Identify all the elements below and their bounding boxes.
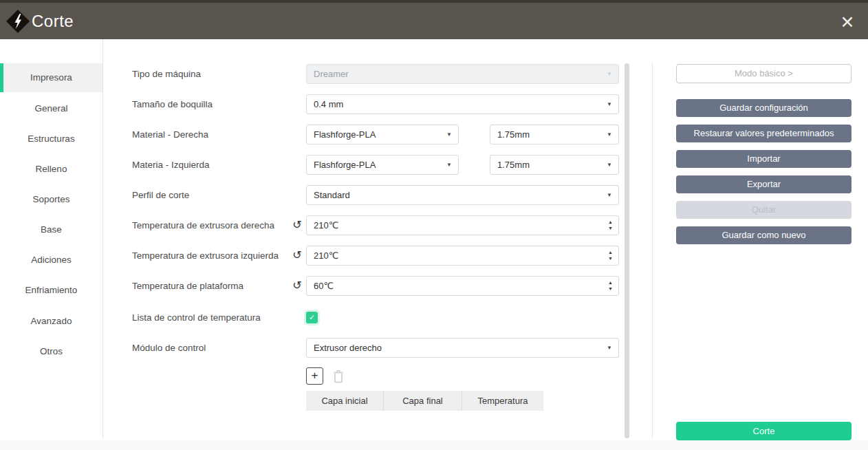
vertical-scrollbar[interactable]: [625, 63, 629, 438]
material-right-diameter-value: 1.75mm: [497, 129, 530, 140]
platform-temp-input[interactable]: 60℃ ▲ ▼: [306, 276, 619, 296]
reset-icon[interactable]: ↺: [291, 246, 303, 266]
material-right-select[interactable]: Flashforge-PLA ▼: [306, 125, 459, 144]
slice-profile-label: Perfil de corte: [132, 185, 189, 205]
spin-down-icon[interactable]: ▼: [608, 286, 613, 292]
nozzle-size-select[interactable]: 0.4 mm ▼: [306, 94, 619, 114]
flashforge-logo-icon: [6, 9, 30, 34]
nozzle-size-value: 0.4 mm: [314, 99, 343, 109]
delete-row-button[interactable]: [329, 367, 347, 385]
save-as-new-button[interactable]: Guardar como nuevo: [676, 226, 851, 244]
chevron-down-icon: ▼: [607, 186, 612, 204]
chevron-down-icon: ▼: [607, 125, 612, 144]
plus-icon: +: [312, 369, 318, 382]
right-extruder-temp-label: Temperatura de extrusora derecha: [132, 215, 274, 235]
material-left-label: Materia - Izquierda: [132, 155, 210, 175]
col-capa-final: Capa final: [384, 391, 462, 411]
spin-down-icon[interactable]: ▼: [608, 225, 613, 231]
basic-mode-button[interactable]: Modo básico >: [676, 64, 851, 83]
slice-profile-select[interactable]: Standard ▼: [306, 185, 619, 205]
control-module-select[interactable]: Extrusor derecho ▼: [306, 338, 619, 358]
left-extruder-temp-value: 210℃: [314, 250, 338, 261]
sidebar-item-general[interactable]: General: [0, 94, 102, 123]
control-module-label: Módulo de control: [132, 338, 206, 358]
material-left-value: Flashforge-PLA: [314, 160, 376, 170]
check-icon: ✓: [309, 313, 315, 321]
add-row-button[interactable]: +: [306, 367, 323, 385]
chevron-down-icon: ▼: [446, 125, 452, 144]
sidebar-item-soportes[interactable]: Soportes: [0, 185, 102, 214]
spin-down-icon[interactable]: ▼: [608, 255, 613, 261]
close-icon[interactable]: ✕: [836, 11, 858, 33]
chevron-down-icon: ▼: [607, 339, 612, 357]
material-right-diameter-select[interactable]: 1.75mm ▼: [490, 125, 619, 144]
chevron-down-icon: ▼: [607, 95, 612, 114]
temp-control-list-label: Lista de control de temperatura: [132, 308, 261, 328]
material-left-select[interactable]: Flashforge-PLA ▼: [306, 155, 459, 175]
trash-icon: [332, 369, 345, 383]
temp-control-list-checkbox[interactable]: ✓: [306, 312, 318, 323]
material-left-diameter-value: 1.75mm: [497, 160, 530, 170]
right-extruder-temp-input[interactable]: 210℃ ▲ ▼: [306, 215, 619, 235]
corte-dialog: Corte ✕ Impresora General Estructuras Re…: [0, 0, 868, 450]
restore-defaults-button[interactable]: Restaurar valores predeterminados: [676, 125, 851, 142]
chevron-down-icon: ▼: [607, 156, 612, 174]
sidebar-item-adiciones[interactable]: Adiciones: [0, 246, 102, 275]
footer-strip: [0, 440, 868, 450]
chevron-down-icon: ▼: [446, 156, 452, 174]
right-extruder-temp-value: 210℃: [314, 220, 338, 231]
export-button[interactable]: Exportar: [676, 175, 851, 193]
material-right-label: Material - Derecha: [132, 125, 208, 144]
spin-up-icon[interactable]: ▲: [608, 219, 613, 225]
nozzle-size-label: Tamaño de boquilla: [132, 94, 213, 114]
reset-icon[interactable]: ↺: [291, 276, 303, 296]
actions-panel: Modo básico > Guardar configuración Rest…: [653, 39, 868, 440]
sidebar-item-enfriamiento[interactable]: Enfriamiento: [0, 276, 102, 305]
temperature-table-header: Capa inicial Capa final Temperatura: [306, 391, 543, 411]
chevron-down-icon: ▼: [607, 65, 612, 83]
platform-temp-label: Temperatura de plataforma: [132, 276, 243, 296]
col-temperatura: Temperatura: [462, 391, 543, 411]
spin-up-icon[interactable]: ▲: [608, 249, 613, 255]
sidebar-item-impresora[interactable]: Impresora: [0, 63, 102, 92]
sidebar-item-estructuras[interactable]: Estructuras: [0, 125, 102, 153]
dialog-body: Impresora General Estructuras Relleno So…: [0, 39, 868, 440]
save-config-button[interactable]: Guardar configuración: [676, 99, 851, 117]
slice-button[interactable]: Corte: [676, 422, 851, 440]
sidebar-item-avanzado[interactable]: Avanzado: [0, 307, 102, 336]
titlebar: Corte ✕: [0, 3, 868, 39]
spin-up-icon[interactable]: ▲: [608, 279, 613, 286]
material-left-diameter-select[interactable]: 1.75mm ▼: [490, 155, 619, 175]
material-right-value: Flashforge-PLA: [314, 129, 376, 140]
sidebar-item-relleno[interactable]: Relleno: [0, 155, 102, 184]
reset-icon[interactable]: ↺: [291, 215, 303, 235]
left-extruder-temp-input[interactable]: 210℃ ▲ ▼: [306, 246, 619, 266]
col-capa-inicial: Capa inicial: [306, 391, 384, 411]
remove-button: Quitar: [676, 201, 851, 219]
platform-temp-value: 60℃: [314, 281, 334, 291]
settings-sidebar: Impresora General Estructuras Relleno So…: [0, 39, 103, 439]
slice-profile-value: Standard: [314, 190, 350, 200]
import-button[interactable]: Importar: [676, 150, 851, 168]
dialog-title: Corte: [32, 12, 74, 31]
sidebar-item-base[interactable]: Base: [0, 215, 102, 244]
machine-type-select: Dreamer ▼: [306, 64, 619, 84]
left-extruder-temp-label: Temperatura de extrusora izquierda: [132, 246, 279, 266]
printer-settings-form: Tipo de máquina Dreamer ▼ Tamaño de boqu…: [103, 39, 652, 440]
control-module-value: Extrusor derecho: [314, 343, 382, 353]
machine-type-value: Dreamer: [314, 69, 349, 79]
machine-type-label: Tipo de máquina: [132, 64, 201, 84]
sidebar-item-otros[interactable]: Otros: [0, 337, 102, 366]
